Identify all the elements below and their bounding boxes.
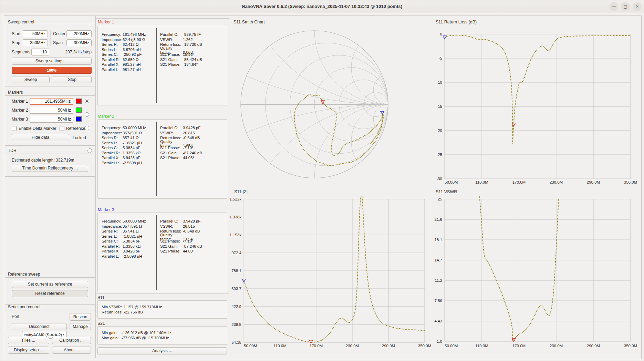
minimize-icon[interactable]: — [609,2,618,11]
close-icon[interactable]: ✕ [633,2,642,11]
z-chart[interactable] [232,192,432,354]
return-loss-chart[interactable] [436,25,639,187]
maximize-icon[interactable]: ▢ [621,2,630,11]
app-window: NanoVNA Saver 0.6.2 (Sweep: nanovna_2025… [0,0,644,361]
window-title: NanoVNA Saver 0.6.2 (Sweep: nanovna_2025… [0,0,644,13]
title-bar[interactable]: NanoVNA Saver 0.6.2 (Sweep: nanovna_2025… [0,0,644,13]
smith-chart[interactable] [232,25,432,187]
vswr-chart[interactable] [436,192,639,354]
